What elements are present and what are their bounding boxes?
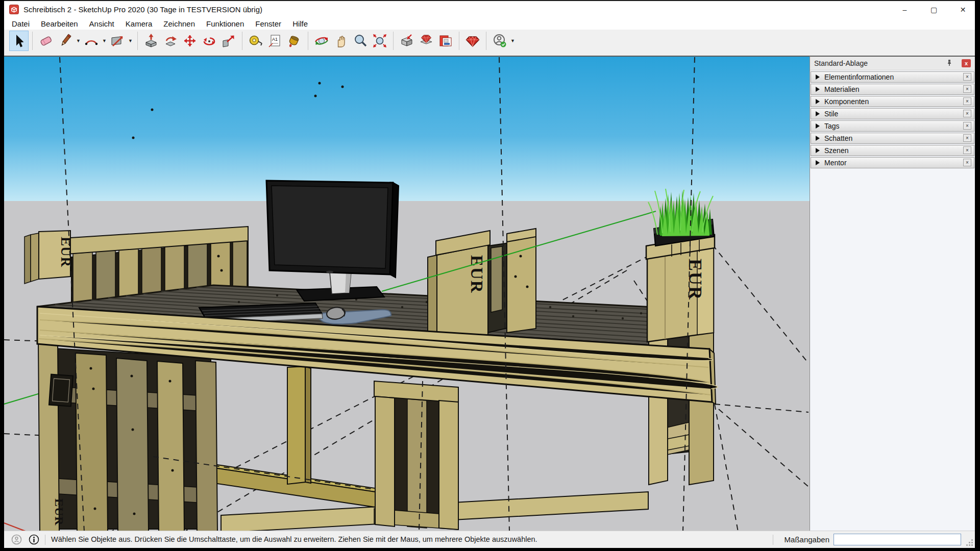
scale-tool-button[interactable] xyxy=(219,31,238,51)
menu-kamera[interactable]: Kamera xyxy=(120,18,158,30)
tray-close-button[interactable]: x xyxy=(962,59,971,67)
rotate-icon xyxy=(202,33,217,48)
tray-section-schatten[interactable]: Schatten × xyxy=(811,133,974,144)
tray-section-szenen[interactable]: Szenen × xyxy=(811,145,974,156)
tape-measure-tool-button[interactable] xyxy=(246,31,265,51)
follow-me-icon xyxy=(163,33,178,48)
menu-zeichnen[interactable]: Zeichnen xyxy=(158,18,201,30)
section-close-button[interactable]: × xyxy=(963,73,971,81)
close-button[interactable]: ✕ xyxy=(951,1,975,18)
tray-section-label: Tags xyxy=(824,122,840,130)
toolbar-separator xyxy=(486,32,486,50)
section-close-button[interactable]: × xyxy=(963,122,971,130)
orbit-tool-button[interactable] xyxy=(312,31,331,51)
toolbar-separator xyxy=(308,32,308,50)
status-separator xyxy=(45,535,45,545)
tray-section-label: Szenen xyxy=(824,146,848,155)
text-icon: A1 xyxy=(267,33,283,48)
section-close-button[interactable]: × xyxy=(963,134,971,142)
follow-me-tool-button[interactable] xyxy=(161,31,180,51)
toolbar-separator xyxy=(242,32,242,50)
expand-arrow-icon xyxy=(816,148,820,153)
section-close-button[interactable]: × xyxy=(963,110,971,117)
sketchup-logo-icon xyxy=(9,5,19,14)
pin-icon[interactable] xyxy=(945,59,953,67)
geolocation-icon[interactable] xyxy=(11,534,22,545)
expand-arrow-icon xyxy=(816,123,820,129)
scale-icon xyxy=(221,33,236,48)
line-tool-dropdown-arrow-icon[interactable]: ▼ xyxy=(75,31,82,51)
tray-section-elementinformationen[interactable]: Elementinformationen × xyxy=(811,71,974,83)
section-close-button[interactable]: × xyxy=(963,97,971,105)
tray-section-komponenten[interactable]: Komponenten × xyxy=(811,96,974,107)
pan-tool-button[interactable] xyxy=(331,31,351,51)
account-person-icon xyxy=(492,33,507,48)
account-dropdown-arrow-icon[interactable]: ▼ xyxy=(509,31,516,51)
zoom-extents-tool-button[interactable] xyxy=(370,31,389,51)
rectangle-tool-button[interactable] xyxy=(108,31,127,51)
select-tool-button[interactable] xyxy=(9,31,29,51)
push-pull-tool-button[interactable] xyxy=(141,31,161,51)
tray-section-label: Schatten xyxy=(824,134,852,142)
text-tool-button[interactable]: A1 xyxy=(265,31,285,51)
tray-section-tags[interactable]: Tags × xyxy=(811,120,974,132)
zoom-magnifier-icon xyxy=(353,33,368,48)
menu-hilfe[interactable]: Hilfe xyxy=(287,18,313,30)
toolbar: ▼ ▼ ▼ xyxy=(4,30,975,56)
measurements-label: Maßangaben xyxy=(785,535,829,544)
pallet-eur-stamp-middle: EUR xyxy=(468,255,486,294)
section-close-button[interactable]: × xyxy=(963,146,971,154)
minimize-button[interactable]: – xyxy=(893,1,917,18)
maximize-button[interactable]: ▢ xyxy=(922,1,946,18)
tray-section-stile[interactable]: Stile × xyxy=(811,108,974,119)
svg-text:A1: A1 xyxy=(272,37,278,42)
arc-tool-button[interactable] xyxy=(82,31,101,51)
ruby-gem-button[interactable] xyxy=(463,31,482,51)
account-button[interactable] xyxy=(490,31,509,51)
zoom-tool-button[interactable] xyxy=(351,31,370,51)
status-separator xyxy=(773,535,773,545)
line-tool-button[interactable] xyxy=(56,31,75,51)
info-icon[interactable] xyxy=(29,534,39,545)
tray-section-label: Komponenten xyxy=(824,97,869,106)
push-pull-icon xyxy=(143,33,159,48)
extension-warehouse-button[interactable] xyxy=(416,31,436,51)
toolbar-separator xyxy=(32,32,33,50)
menu-fenster[interactable]: Fenster xyxy=(250,18,287,30)
rotate-tool-button[interactable] xyxy=(200,31,219,51)
orbit-icon xyxy=(314,33,329,48)
toolbar-separator xyxy=(393,32,394,50)
tape-measure-icon xyxy=(248,33,263,48)
measurements-input[interactable] xyxy=(834,534,961,545)
eraser-tool-button[interactable] xyxy=(36,31,56,51)
tray-section-materialien[interactable]: Materialien × xyxy=(811,84,974,95)
tray-section-label: Elementinformationen xyxy=(824,73,894,81)
menu-bearbeiten[interactable]: Bearbeiten xyxy=(35,18,84,30)
move-tool-button[interactable] xyxy=(180,31,200,51)
rectangle-tool-dropdown-arrow-icon[interactable]: ▼ xyxy=(127,31,134,51)
expand-arrow-icon xyxy=(816,160,820,165)
status-message: Wählen Sie Objekte aus. Drücken Sie die … xyxy=(51,535,537,543)
send-to-layout-button[interactable] xyxy=(436,31,455,51)
toolbar-separator xyxy=(137,32,138,50)
resize-grip[interactable] xyxy=(967,540,973,546)
right-pallet-column[interactable]: EUR xyxy=(646,235,715,342)
menu-funktionen[interactable]: Funktionen xyxy=(201,18,250,30)
menu-bar: Datei Bearbeiten Ansicht Kamera Zeichnen… xyxy=(4,18,975,30)
warehouse-gem-icon xyxy=(419,33,434,48)
pencil-icon xyxy=(58,33,73,48)
arc-tool-dropdown-arrow-icon[interactable]: ▼ xyxy=(101,31,108,51)
select-cursor-icon xyxy=(11,33,27,48)
menu-datei[interactable]: Datei xyxy=(6,18,35,30)
tray-section-mentor[interactable]: Mentor × xyxy=(811,157,974,168)
3d-viewport[interactable]: EUR xyxy=(4,56,810,531)
get-models-button[interactable] xyxy=(397,31,416,51)
pallet-eur-stamp-rear: EUR xyxy=(58,237,74,267)
expand-arrow-icon xyxy=(816,111,820,116)
section-close-button[interactable]: × xyxy=(963,85,971,93)
menu-ansicht[interactable]: Ansicht xyxy=(84,18,120,30)
section-close-button[interactable]: × xyxy=(963,159,971,166)
paint-bucket-icon xyxy=(287,33,302,48)
paint-bucket-tool-button[interactable] xyxy=(285,31,304,51)
model-scene[interactable]: EUR xyxy=(4,57,810,531)
